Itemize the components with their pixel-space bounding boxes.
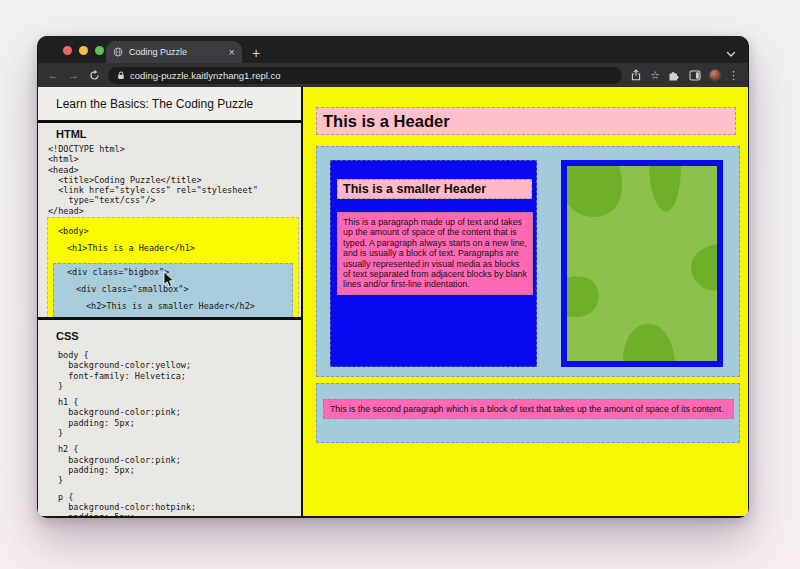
desktop-background: Coding Puzzle × + ← → coding-puzzle.kait…: [0, 0, 800, 569]
browser-toolbar: ← → coding-puzzle.kaitlynzhang1.repl.co …: [38, 63, 748, 87]
code-line-smallbox-open: <div class="smallbox">: [76, 284, 189, 294]
minimize-window-button[interactable]: [79, 46, 88, 55]
html-section-label: HTML: [56, 128, 87, 140]
extensions-puzzle-icon[interactable]: [667, 69, 681, 81]
rendered-bigbox-2: This is the second paragraph which is a …: [316, 383, 740, 443]
share-icon[interactable]: [629, 69, 643, 81]
bigbox-code-piece[interactable]: <div class="bigbox"> <div class="smallbo…: [53, 263, 293, 319]
css-code: body { background-color:yellow; font-fam…: [58, 350, 196, 516]
rendered-page: This is a Header This is a smaller Heade…: [303, 87, 748, 516]
address-bar[interactable]: coding-puzzle.kaitlynzhang1.repl.co: [108, 67, 622, 84]
css-rule-p: p { background-color:hotpink; padding: 5…: [58, 492, 196, 516]
body-code-piece[interactable]: <body> <h1>This is a Header</h1> <div cl…: [47, 217, 299, 319]
html-section: HTML <!DOCTYPE html> <html> <head> <titl…: [38, 123, 301, 320]
zoom-window-button[interactable]: [95, 46, 104, 55]
code-line-h1: <h1>This is a Header</h1>: [67, 243, 195, 253]
globe-icon: [113, 47, 123, 57]
rendered-h1: This is a Header: [316, 107, 736, 135]
tab-search-chevron-icon[interactable]: [726, 44, 736, 62]
browser-menu-icon[interactable]: ⋮: [728, 69, 739, 82]
browser-tab[interactable]: Coding Puzzle ×: [106, 41, 242, 63]
close-tab-icon[interactable]: ×: [229, 47, 235, 57]
rendered-h2: This is a smaller Header: [337, 179, 532, 199]
css-rule-h1: h1 { background-color:pink; padding: 5px…: [58, 397, 196, 438]
profile-avatar[interactable]: [709, 69, 721, 81]
back-icon[interactable]: ←: [47, 70, 60, 81]
bookmark-star-icon[interactable]: ☆: [650, 69, 660, 82]
code-line-bigbox-open: <div class="bigbox">: [67, 267, 169, 277]
url-text: coding-puzzle.kaitlynzhang1.repl.co: [130, 70, 281, 81]
lock-icon: [117, 71, 125, 80]
rendered-bigbox: This is a smaller Header This is a parag…: [316, 146, 740, 377]
code-line-body-open: <body>: [58, 226, 89, 236]
rendered-smallbox: This is a smaller Header This is a parag…: [330, 160, 537, 367]
browser-window: Coding Puzzle × + ← → coding-puzzle.kait…: [37, 36, 749, 518]
code-panel: Learn the Basics: The Coding Puzzle HTML…: [38, 87, 303, 516]
code-line-h2: <h2>This is a smaller Header</h2>: [86, 301, 255, 311]
window-controls[interactable]: [63, 46, 104, 55]
reload-icon[interactable]: [87, 70, 101, 81]
css-rule-body: body { background-color:yellow; font-fam…: [58, 350, 196, 391]
tab-title: Coding Puzzle: [129, 47, 223, 57]
page-content: Learn the Basics: The Coding Puzzle HTML…: [38, 87, 748, 516]
rendered-paragraph-1: This is a paragraph made up of text and …: [337, 212, 533, 295]
side-panel-icon[interactable]: [688, 70, 702, 81]
code-line-p: <p> This is a paragraph made up of text: [86, 318, 286, 319]
css-rule-h2: h2 { background-color:pink; padding: 5px…: [58, 444, 196, 485]
forward-icon[interactable]: →: [67, 70, 80, 81]
green-blob-image: [561, 160, 723, 367]
css-section-label: CSS: [56, 330, 79, 342]
html-head-code: <!DOCTYPE html> <html> <head> <title>Cod…: [48, 144, 258, 216]
new-tab-button[interactable]: +: [252, 46, 260, 60]
css-section: CSS body { background-color:yellow; font…: [38, 320, 301, 516]
rendered-paragraph-2: This is the second paragraph which is a …: [323, 399, 734, 419]
lesson-title: Learn the Basics: The Coding Puzzle: [38, 87, 301, 123]
close-window-button[interactable]: [63, 46, 72, 55]
tab-strip: Coding Puzzle × +: [38, 36, 748, 63]
